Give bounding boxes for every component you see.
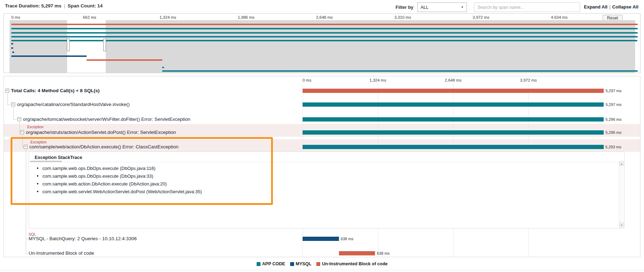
minimap-span-bar — [11, 28, 638, 29]
tree-actions: Expand All|Collapse All — [584, 4, 638, 10]
waterfall-bar-action_servlet[interactable] — [303, 130, 604, 135]
waterfall-axis-label: 1,324 ms — [369, 78, 386, 82]
minimap-tick-label: 4,634 ms — [551, 15, 568, 19]
tree-connector — [22, 135, 23, 147]
span-tree-panel: 0 ms1,324 ms2,648 ms3,972 ms Total Calls… — [4, 76, 640, 257]
minimap-tick-label: 1,986 ms — [238, 15, 254, 19]
exception-tag: Exception — [27, 125, 43, 129]
minimap-band[interactable] — [4, 20, 640, 73]
tree-connector — [13, 107, 14, 119]
minimap-tick-label: 3,310 ms — [394, 15, 411, 19]
links-separator: | — [609, 4, 610, 10]
tree-connector — [26, 253, 28, 254]
collapse-toggle-actionservlet[interactable] — [20, 130, 24, 134]
collapse-toggle-total[interactable] — [5, 89, 9, 93]
span-row-standardhostvalve[interactable]: org/apache/catalina/core/StandardHostVal… — [17, 102, 130, 107]
waterfall-bar-ws_filter[interactable] — [303, 117, 604, 122]
tree-connector — [7, 105, 11, 105]
appcode-swatch-icon — [257, 262, 260, 266]
stacktrace-frame: com.sample.web.ops.DbOps.execute (DbOps.… — [42, 166, 156, 171]
minimap-tick-label: 2,648 ms — [316, 15, 333, 19]
filter-dropdown[interactable]: ALL ▼ — [417, 2, 467, 12]
stacktrace-divider — [29, 162, 624, 162]
trace-detail-page: Trace Duration: 5,297 ms|Span Count: 14 … — [0, 0, 644, 272]
waterfall-axis-label: 3,972 ms — [520, 78, 537, 82]
duration-label: 5,297 ms — [605, 89, 621, 93]
waterfall-bar-mysql[interactable] — [303, 237, 339, 241]
stacktrace-frame: com.sample.web.action.DbAction.execute (… — [42, 181, 167, 187]
stacktrace-frame: com.sample.web.ops.DbOps.execute (DbOps.… — [42, 173, 153, 179]
span-row-actionservlet[interactable]: org/apache/struts/action/ActionServlet.d… — [26, 130, 176, 135]
trace-overview-minimap: 0 ms662 ms1,324 ms1,986 ms2,648 ms3,310 … — [4, 13, 640, 73]
filter-dropdown-value: ALL — [421, 5, 428, 10]
span-row-dbaction[interactable]: com/sample/web/action/DbAction.execute()… — [29, 144, 178, 149]
filter-by-label: Filter by — [396, 5, 414, 10]
duration-label: 5,296 ms — [605, 130, 621, 135]
collapse-toggle-dbaction[interactable] — [24, 145, 28, 149]
span-search-input[interactable] — [474, 2, 580, 12]
waterfall-bar-db_action[interactable] — [303, 145, 604, 149]
exception-stacktrace-panel: Exception StackTrace com.sample.web.ops.… — [29, 152, 625, 229]
stacktrace-title: Exception StackTrace — [35, 155, 82, 160]
stacktrace-scroll-thumb[interactable] — [30, 161, 62, 162]
waterfall-bar-uninstrumented[interactable] — [339, 251, 375, 255]
minimap-selection-handle-right[interactable] — [103, 39, 106, 51]
scroll-down-icon[interactable]: ▼ — [619, 223, 624, 227]
tree-connector — [13, 119, 17, 120]
waterfall-bar-total[interactable] — [303, 89, 604, 93]
chart-legend: APP CODE MYSQL Un-Instrumented Block of … — [0, 261, 644, 266]
summary-separator: | — [64, 3, 65, 8]
legend-label: Un-Instrumented Block of code — [322, 261, 387, 266]
trace-summary: Trace Duration: 5,297 ms|Span Count: 14 — [5, 3, 103, 8]
minimap-span-bar — [11, 32, 638, 34]
legend-item-appcode: APP CODE — [257, 261, 285, 266]
minimap-tick-label: 662 ms — [83, 15, 96, 19]
span-row-wsfilter[interactable]: org/apache/tomcat/websocket/server/WsFil… — [23, 117, 190, 122]
tree-connector — [26, 239, 28, 239]
waterfall-bar-standard_host_valve[interactable] — [303, 102, 604, 107]
exception-tag: Exception — [30, 140, 47, 144]
collapse-toggle-hostvalve[interactable] — [11, 102, 15, 106]
minimap-span-bar — [162, 70, 638, 72]
collapse-all-link[interactable]: Collapse All — [612, 4, 638, 10]
page-bottom-divider — [0, 270, 644, 270]
stacktrace-scrollbar[interactable]: ▲ ▼ — [619, 161, 623, 227]
uninstrumented-swatch-icon — [316, 262, 320, 266]
duration-label: 5,293 ms — [605, 145, 621, 149]
duration-label: 638 ms — [377, 251, 390, 255]
minimap-span-bar — [12, 52, 14, 53]
waterfall-axis-label: 2,648 ms — [445, 78, 461, 82]
minimap-span-bar — [11, 36, 638, 37]
span-count-label: Span Count: 14 — [68, 3, 103, 8]
minimap-span-bar — [87, 59, 162, 61]
duration-label: 5,296 ms — [605, 117, 621, 122]
legend-label: APP CODE — [262, 261, 285, 266]
duration-label: 5,297 ms — [605, 102, 621, 107]
tree-connector — [26, 149, 26, 253]
legend-label: MYSQL — [296, 261, 311, 266]
minimap-tick-label: 3,972 ms — [473, 15, 489, 19]
minimap-tick-label: 1,324 ms — [159, 15, 176, 19]
minimap-span-bar — [162, 67, 164, 68]
minimap-tick-label: 0 ms — [11, 15, 20, 19]
span-row-total-calls[interactable]: Total Calls: 4 Method Call(s) + 8 SQL(s) — [11, 88, 100, 93]
chevron-down-icon: ▼ — [461, 6, 464, 9]
span-row-uninstrumented[interactable]: Un-Instrumented Block of code — [29, 250, 94, 256]
minimap-selection-handle-left[interactable] — [67, 39, 70, 51]
collapse-toggle-wsfilter[interactable] — [17, 117, 21, 121]
tree-connector — [7, 93, 8, 105]
minimap-span-bar — [11, 55, 87, 57]
duration-label: 638 ms — [341, 237, 353, 241]
minimap-span-bar — [11, 47, 13, 49]
legend-item-mysql: MYSQL — [290, 261, 311, 266]
waterfall-axis-label: 0 ms — [303, 78, 311, 82]
legend-item-uninstrumented: Un-Instrumented Block of code — [316, 261, 387, 266]
expand-all-link[interactable]: Expand All — [584, 4, 608, 10]
minimap-span-bar — [11, 24, 638, 25]
mysql-swatch-icon — [290, 262, 294, 266]
minimap-span-bar — [11, 43, 13, 45]
tree-connector — [19, 122, 20, 132]
stacktrace-frame: com.sample.web.servlet.WebActionServlet.… — [42, 189, 202, 194]
span-row-mysql-batchquery[interactable]: MYSQL - BatchQuery: 2 Queries - 10.10.12… — [29, 236, 137, 241]
scroll-up-icon[interactable]: ▲ — [619, 161, 624, 166]
